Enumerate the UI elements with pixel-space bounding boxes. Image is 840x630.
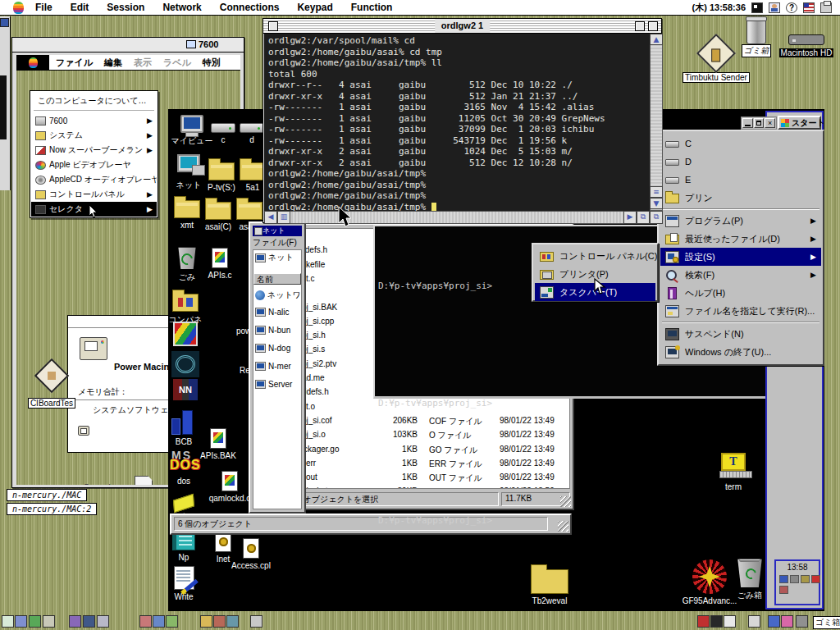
- control-strip-icon-12[interactable]: [226, 615, 239, 628]
- tray-icon-0[interactable]: [779, 575, 788, 583]
- menu-item-最近使ったファイル(D)[interactable]: 最近使ったファイル(D)▶: [660, 230, 821, 248]
- menu-item-プリン[interactable]: プリン: [660, 189, 821, 207]
- desktop-icon-ネット[interactable]: ネット: [171, 154, 207, 191]
- network-item-N-alic[interactable]: N-alic: [255, 308, 290, 317]
- menu-item-サスペンド(N)[interactable]: サスペンド(N): [660, 325, 821, 343]
- window-tab-n-mercury-mac2[interactable]: n-mercury./MAC:2: [7, 503, 97, 515]
- desktop-icon-asai(C)[interactable]: asai(C): [202, 195, 235, 231]
- terminal-title-bar[interactable]: ordlgw2 1: [263, 19, 661, 34]
- scroll-pages-icon[interactable]: ≡: [650, 186, 663, 198]
- desktop-icon-mifeslogo[interactable]: [169, 322, 202, 346]
- desktop-icon-nn[interactable]: NN: [169, 379, 202, 400]
- printer-icon[interactable]: [820, 2, 832, 13]
- network-item-N-mer[interactable]: N-mer: [255, 362, 291, 371]
- desktop-icon-qamlockd.c[interactable]: qamlockd.c: [213, 471, 246, 503]
- mac-menu-編集[interactable]: 編集: [104, 57, 122, 69]
- help-icon[interactable]: ?: [786, 2, 797, 13]
- apple-menu-item-2[interactable]: システム▶: [31, 128, 157, 143]
- apple-menu-item-6[interactable]: コントロールパネル▶: [31, 187, 157, 202]
- control-strip-icon-10[interactable]: [200, 615, 212, 628]
- document-icon[interactable]: [135, 476, 153, 485]
- control-strip-icon-11[interactable]: [213, 615, 226, 628]
- menu-item-E[interactable]: E: [660, 171, 821, 189]
- desktop-icon-コンパネ[interactable]: コンパネ: [169, 287, 202, 326]
- apple-menu-item-1[interactable]: 7600▶: [31, 113, 157, 128]
- control-strip-icon-1[interactable]: [15, 615, 27, 628]
- desktop-icon-Access.cpl[interactable]: Access.cpl: [235, 538, 267, 570]
- menu-item-設定(S)[interactable]: 設定(S)▶: [660, 248, 821, 266]
- vertical-scrollbar[interactable]: [650, 34, 663, 211]
- menu-keypad[interactable]: Keypad: [297, 2, 332, 13]
- zoom-box-icon[interactable]: [635, 21, 645, 31]
- scroll-thumb[interactable]: ▥: [277, 211, 290, 224]
- network-item-N-dog[interactable]: N-dog: [255, 344, 290, 353]
- desktop-icon-xmt[interactable]: xmt: [171, 194, 203, 230]
- scroll-up-icon[interactable]: ▲: [650, 34, 663, 45]
- control-strip-icon-7[interactable]: [139, 615, 152, 628]
- control-strip-icon-3[interactable]: [43, 615, 55, 628]
- keyboard-flag-icon[interactable]: [803, 2, 815, 13]
- scroll-left-icon[interactable]: ◀: [264, 211, 277, 224]
- control-strip-icon-17[interactable]: [748, 615, 760, 628]
- control-strip-icon-8[interactable]: [153, 615, 165, 628]
- tray-icon-4[interactable]: [779, 586, 788, 594]
- scroll-right-icon[interactable]: ▶: [623, 211, 637, 224]
- control-strip-icon-0[interactable]: [2, 615, 14, 628]
- menu-item-プログラム(P)[interactable]: プログラム(P)▶: [660, 212, 821, 230]
- desktop-icon-Write[interactable]: Write: [168, 566, 200, 601]
- start-button[interactable]: スタート: [778, 116, 821, 130]
- tray-icon-1[interactable]: [790, 575, 799, 583]
- maximize-button[interactable]: [754, 118, 765, 128]
- desktop-icon-BCB[interactable]: BCB: [168, 409, 200, 446]
- timbuktu-status-icon[interactable]: [769, 2, 780, 13]
- scroll-down-icon[interactable]: ▼: [650, 198, 663, 209]
- close-button[interactable]: ×: [765, 118, 775, 128]
- menu-function[interactable]: Function: [351, 2, 393, 13]
- desktop-icon-P-tv(S:)[interactable]: P-tv(S:): [205, 156, 238, 192]
- desktop-icon-ごみ[interactable]: ごみ: [171, 246, 203, 283]
- menu-item-ヘルプ(H)[interactable]: ヘルプ(H): [660, 284, 821, 302]
- apple-menu-item-4[interactable]: Apple ビデオプレーヤ: [31, 158, 157, 172]
- page-right-icon[interactable]: ⧉: [650, 211, 663, 224]
- calendar-icon[interactable]: [751, 2, 763, 13]
- control-strip-icon-14[interactable]: [697, 615, 710, 628]
- mac-menu-ファイル[interactable]: ファイル: [56, 57, 93, 69]
- control-strip-icon-18[interactable]: [768, 615, 780, 628]
- menu-connections[interactable]: Connections: [220, 2, 280, 13]
- collapse-box-icon[interactable]: [648, 21, 658, 31]
- menu-network[interactable]: Network: [162, 2, 201, 13]
- desktop-icon-macintosh-hd[interactable]: Macintosh HD: [778, 34, 835, 57]
- network-item-Server[interactable]: Server: [255, 380, 292, 389]
- tray-clock[interactable]: 13:58: [776, 563, 819, 572]
- network-root-item[interactable]: ネット: [255, 252, 294, 263]
- desktop-icon-APIs.c[interactable]: APIs.c: [203, 248, 236, 280]
- control-strip-icon-19[interactable]: [781, 615, 793, 628]
- control-strip-icon-2[interactable]: [29, 615, 41, 628]
- control-strip-icon-5[interactable]: [83, 615, 95, 628]
- desktop-icon-c[interactable]: c: [207, 116, 240, 144]
- menu-item-Windows の終了(U)...[interactable]: Windows の終了(U)...: [660, 343, 821, 361]
- tray-icon-3[interactable]: [811, 575, 820, 583]
- file-menu[interactable]: ファイル(F): [253, 237, 297, 249]
- apple-menu-item-5[interactable]: AppleCD オーディオプレーヤ: [31, 172, 157, 187]
- minimize-button[interactable]: [742, 118, 753, 128]
- control-strip-icon-20[interactable]: [796, 615, 808, 628]
- menu-clock[interactable]: (木) 13:58:36: [692, 2, 746, 14]
- terminal-window[interactable]: ordlgw2 1 ordlgw2:/var/spool/mail% cdord…: [262, 18, 662, 223]
- desktop-icon-wheel[interactable]: [169, 351, 202, 377]
- network-window-title[interactable]: ネット: [253, 226, 302, 236]
- menu-item-ファイル名を指定して実行(R)...[interactable]: ファイル名を指定して実行(R)...: [660, 302, 821, 320]
- name-column-header[interactable]: 名前: [253, 273, 301, 285]
- page-left-icon[interactable]: ⧉: [637, 211, 650, 224]
- tray-icon-2[interactable]: [801, 575, 810, 583]
- apple-menu-item-0[interactable]: このコンピュータについて…: [31, 94, 157, 108]
- desktop-icon-ciboardtest[interactable]: CIBoardTes: [26, 360, 77, 409]
- network-item-ネットワー[interactable]: ネットワー: [255, 290, 302, 301]
- mac-remote-title-bar[interactable]: 7600: [12, 38, 244, 52]
- menu-file[interactable]: File: [35, 2, 52, 13]
- control-strip-icon-4[interactable]: [69, 615, 81, 628]
- desktop-icon-dos[interactable]: MSDOSdos: [168, 451, 200, 486]
- network-item-N-bun[interactable]: N-bun: [255, 326, 290, 335]
- close-box-icon[interactable]: [268, 21, 278, 31]
- menu-edit[interactable]: Edit: [71, 2, 89, 13]
